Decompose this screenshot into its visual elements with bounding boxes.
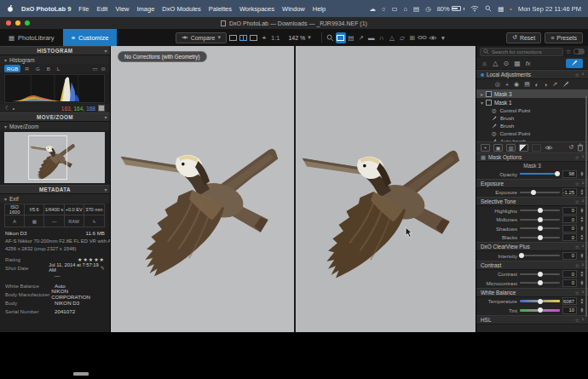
- menu-item-edit[interactable]: Edit: [96, 5, 107, 13]
- frame-tool-icon[interactable]: ▱: [397, 32, 407, 43]
- shadows-stepper[interactable]: ▴▾: [579, 226, 585, 232]
- control-center-icon[interactable]: ▦: [498, 5, 504, 13]
- move-zoom-tool-icon[interactable]: [336, 32, 346, 43]
- contrast-slider[interactable]: [520, 273, 560, 275]
- split-view-icon[interactable]: [239, 32, 249, 43]
- collapse-icon[interactable]: ▾: [481, 100, 483, 106]
- color-category-icon[interactable]: △: [493, 60, 498, 67]
- menu-item-view[interactable]: View: [115, 5, 129, 13]
- show-mask-eye-icon[interactable]: [545, 145, 553, 151]
- search-corrections-box[interactable]: [480, 48, 563, 56]
- menu-item-file[interactable]: File: [78, 5, 89, 13]
- intensity-stepper[interactable]: ▴▾: [579, 253, 585, 259]
- control-point-tool-icon[interactable]: ◎: [495, 81, 500, 88]
- contrast-header[interactable]: Contrast ☆¹: [476, 261, 588, 270]
- microcontrast-slider[interactable]: [520, 282, 560, 284]
- blacks-value[interactable]: 0: [562, 233, 577, 241]
- undo-icon[interactable]: ↺: [568, 144, 574, 151]
- midtones-slider[interactable]: [520, 219, 560, 221]
- mask-child-control-point[interactable]: ◎ Control Point: [476, 129, 588, 137]
- midtones-stepper[interactable]: ▴▾: [579, 216, 585, 222]
- opacity-value[interactable]: 98: [562, 170, 577, 178]
- spotlight-icon[interactable]: [485, 5, 492, 12]
- mask-row-mask3[interactable]: ▸ Mask 3: [476, 89, 588, 98]
- collapse-icon[interactable]: ▾: [4, 57, 7, 63]
- favorite-star-icon[interactable]: ☆: [575, 262, 579, 268]
- channel-b[interactable]: B: [44, 65, 53, 72]
- blacks-stepper[interactable]: ▴▾: [579, 234, 585, 240]
- local-adjustments-header[interactable]: Local Adjustments ☆ ¹: [476, 70, 588, 79]
- more-tools-icon[interactable]: ▾: [438, 32, 448, 43]
- zoom-1to1-button[interactable]: 1:1: [269, 32, 281, 43]
- movezoom-palette-header[interactable]: MOVE/ZOOM ▾: [0, 112, 110, 122]
- menu-item-palettes[interactable]: Palettes: [209, 5, 232, 13]
- status-icon-4[interactable]: ▤: [413, 5, 419, 13]
- contrast-stepper[interactable]: ▴▾: [579, 271, 585, 277]
- geometry-category-icon[interactable]: ▦: [514, 60, 521, 67]
- menu-app-name[interactable]: DxO PhotoLab 9: [21, 5, 71, 13]
- light-category-icon[interactable]: ☼: [481, 60, 487, 67]
- status-icon-3[interactable]: ⌂: [404, 5, 408, 13]
- mask-tool-icon[interactable]: ▬: [366, 32, 377, 43]
- pan-tool-icon[interactable]: +: [259, 32, 269, 43]
- single-view-icon[interactable]: [228, 32, 239, 43]
- favorite-star-icon[interactable]: ☆: [575, 317, 579, 323]
- collapse-icon[interactable]: ▾: [4, 123, 7, 129]
- histogram-palette-header[interactable]: HISTOGRAM ▾: [0, 46, 110, 55]
- menu-item-window[interactable]: Window: [282, 5, 305, 13]
- fx-category-icon[interactable]: fx: [526, 60, 530, 66]
- wifi-icon[interactable]: [470, 5, 479, 12]
- clock-menu-icon[interactable]: ◷: [425, 5, 431, 13]
- invert-mask-button[interactable]: [519, 144, 528, 152]
- temperature-slider[interactable]: [520, 300, 560, 302]
- menu-clock[interactable]: Mon Sep 22 11:46 PM: [518, 5, 581, 13]
- search-input[interactable]: [492, 49, 560, 55]
- highlights-stepper[interactable]: ▴▾: [579, 208, 585, 214]
- status-icon-1[interactable]: ○: [382, 5, 386, 13]
- mask-child-brush[interactable]: Brush: [476, 122, 588, 129]
- local-adjustments-category-button[interactable]: [566, 59, 583, 68]
- exposure-stepper[interactable]: ▴▾: [579, 189, 585, 195]
- perspective-tool-icon[interactable]: △: [387, 32, 397, 43]
- channel-rgb[interactable]: RGB: [4, 65, 20, 72]
- delete-mask-icon[interactable]: [577, 143, 584, 152]
- favorites-star-icon[interactable]: ☆: [566, 49, 571, 55]
- selective-tone-header[interactable]: Selective Tone ☆¹: [476, 197, 588, 206]
- expand-icon[interactable]: ▸: [481, 91, 483, 97]
- active-corrections-toggle[interactable]: [574, 49, 585, 55]
- gradient-tool-icon[interactable]: ▤: [524, 81, 530, 88]
- apple-menu-icon[interactable]: [7, 4, 14, 13]
- microcontrast-stepper[interactable]: ▴▾: [579, 280, 585, 286]
- opacity-stepper[interactable]: ▴▾: [579, 171, 585, 177]
- add-tool-icon[interactable]: +: [505, 82, 509, 88]
- menu-item-dxo-modules[interactable]: DxO Modules: [162, 5, 200, 13]
- grid-overlay-icon[interactable]: ⊞: [407, 32, 418, 43]
- battery-indicator[interactable]: 80%: [437, 5, 465, 13]
- favorite-star-icon[interactable]: ☆: [575, 72, 579, 78]
- exposure-section-header[interactable]: Exposure ☆¹: [476, 179, 588, 188]
- white-balance-header[interactable]: White Balance ☆¹: [476, 288, 588, 297]
- tint-stepper[interactable]: ▴▾: [579, 307, 585, 313]
- zoom-window-button[interactable]: [25, 20, 30, 26]
- disabled-mask-button[interactable]: [532, 144, 541, 152]
- tint-slider[interactable]: [520, 309, 560, 312]
- tab-customize[interactable]: ≡ Customize: [63, 29, 118, 46]
- favorite-star-icon[interactable]: ☆: [575, 198, 579, 204]
- histogram-subheader[interactable]: ▾ Histogram: [0, 55, 110, 64]
- softproof-eye-icon[interactable]: [428, 32, 438, 43]
- favorite-star-icon[interactable]: ☆: [575, 290, 579, 296]
- movezoom-subheader[interactable]: ▾ Move/Zoom: [0, 122, 110, 130]
- opacity-slider[interactable]: [520, 173, 560, 175]
- before-image-pane[interactable]: No Corrections (with Geometry): [111, 46, 294, 332]
- crop-tool-icon[interactable]: ▤: [346, 32, 356, 43]
- temperature-stepper[interactable]: ▴▾: [579, 298, 585, 304]
- palette-menu-icon[interactable]: ▾: [105, 114, 107, 120]
- metadata-palette-header[interactable]: METADATA ▾: [0, 185, 110, 194]
- cloud-icon[interactable]: ☁: [369, 5, 376, 13]
- edit-date-icon[interactable]: ✎: [101, 265, 105, 271]
- display-icon[interactable]: ▭: [92, 66, 97, 72]
- collapse-icon[interactable]: ▾: [4, 196, 7, 202]
- brush-tool-icon[interactable]: [562, 81, 569, 88]
- pen-tool-icon[interactable]: ↗: [356, 32, 366, 43]
- luminosity-mask-icon[interactable]: ◐: [535, 82, 539, 88]
